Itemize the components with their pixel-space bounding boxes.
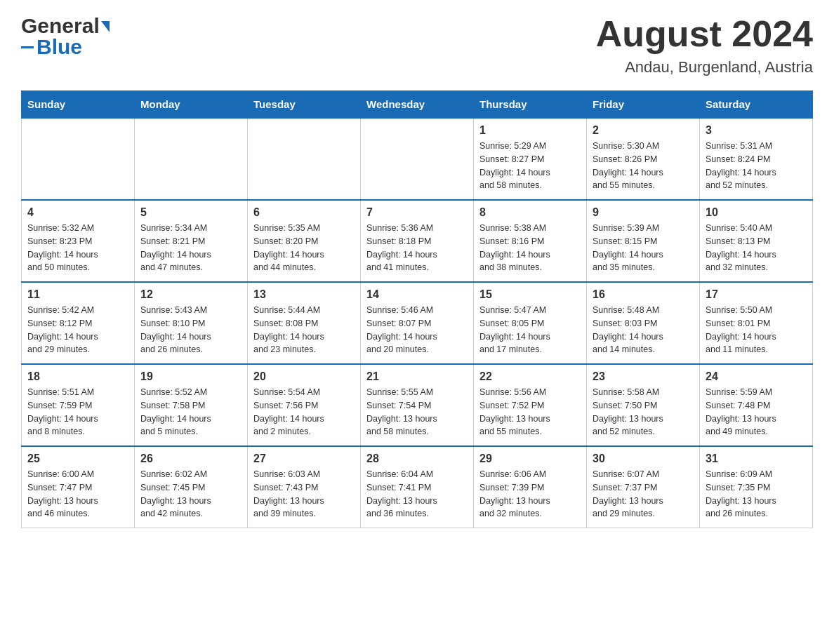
- day-number: 15: [479, 288, 581, 301]
- weekday-header-friday: Friday: [587, 91, 700, 119]
- day-number: 24: [706, 370, 807, 383]
- day-info: Sunrise: 5:48 AM Sunset: 8:03 PM Dayligh…: [593, 304, 694, 356]
- day-info: Sunrise: 6:00 AM Sunset: 7:47 PM Dayligh…: [27, 468, 128, 521]
- calendar-body: 1Sunrise: 5:29 AM Sunset: 8:27 PM Daylig…: [22, 118, 813, 528]
- week-row-5: 25Sunrise: 6:00 AM Sunset: 7:47 PM Dayli…: [22, 446, 813, 528]
- weekday-header-wednesday: Wednesday: [361, 91, 474, 119]
- day-number: 26: [140, 452, 241, 465]
- calendar-cell: 2Sunrise: 5:30 AM Sunset: 8:26 PM Daylig…: [587, 118, 700, 200]
- weekday-header-monday: Monday: [135, 91, 248, 119]
- day-info: Sunrise: 5:55 AM Sunset: 7:54 PM Dayligh…: [366, 386, 468, 438]
- day-number: 16: [593, 288, 694, 301]
- day-number: 31: [706, 452, 807, 465]
- day-number: 5: [140, 206, 241, 219]
- calendar-cell: 19Sunrise: 5:52 AM Sunset: 7:58 PM Dayli…: [135, 364, 248, 446]
- week-row-3: 11Sunrise: 5:42 AM Sunset: 8:12 PM Dayli…: [22, 282, 813, 364]
- weekday-header-row: SundayMondayTuesdayWednesdayThursdayFrid…: [22, 91, 813, 119]
- day-info: Sunrise: 5:44 AM Sunset: 8:08 PM Dayligh…: [253, 304, 355, 356]
- weekday-header-thursday: Thursday: [474, 91, 587, 119]
- calendar-cell: 23Sunrise: 5:58 AM Sunset: 7:50 PM Dayli…: [587, 364, 700, 446]
- calendar-table: SundayMondayTuesdayWednesdayThursdayFrid…: [21, 90, 813, 528]
- logo-blue-text: Blue: [37, 35, 82, 59]
- logo-triangle-icon: [101, 21, 110, 32]
- weekday-header-sunday: Sunday: [22, 91, 135, 119]
- calendar-cell: 12Sunrise: 5:43 AM Sunset: 8:10 PM Dayli…: [135, 282, 248, 364]
- day-info: Sunrise: 5:42 AM Sunset: 8:12 PM Dayligh…: [27, 304, 128, 356]
- calendar-cell: 16Sunrise: 5:48 AM Sunset: 8:03 PM Dayli…: [587, 282, 700, 364]
- day-info: Sunrise: 5:39 AM Sunset: 8:15 PM Dayligh…: [593, 222, 694, 274]
- day-number: 4: [27, 206, 128, 219]
- day-info: Sunrise: 6:03 AM Sunset: 7:43 PM Dayligh…: [253, 468, 355, 521]
- day-info: Sunrise: 5:50 AM Sunset: 8:01 PM Dayligh…: [706, 304, 807, 356]
- day-number: 3: [706, 124, 807, 137]
- day-info: Sunrise: 5:59 AM Sunset: 7:48 PM Dayligh…: [706, 386, 807, 438]
- calendar-cell: 1Sunrise: 5:29 AM Sunset: 8:27 PM Daylig…: [474, 118, 587, 200]
- calendar-cell: [361, 118, 474, 200]
- day-info: Sunrise: 5:43 AM Sunset: 8:10 PM Dayligh…: [140, 304, 241, 356]
- calendar-cell: 11Sunrise: 5:42 AM Sunset: 8:12 PM Dayli…: [22, 282, 135, 364]
- calendar-cell: 5Sunrise: 5:34 AM Sunset: 8:21 PM Daylig…: [135, 200, 248, 282]
- week-row-2: 4Sunrise: 5:32 AM Sunset: 8:23 PM Daylig…: [22, 200, 813, 282]
- day-info: Sunrise: 5:52 AM Sunset: 7:58 PM Dayligh…: [140, 386, 241, 438]
- calendar-cell: 24Sunrise: 5:59 AM Sunset: 7:48 PM Dayli…: [700, 364, 813, 446]
- day-info: Sunrise: 5:40 AM Sunset: 8:13 PM Dayligh…: [706, 222, 807, 274]
- day-info: Sunrise: 5:38 AM Sunset: 8:16 PM Dayligh…: [479, 222, 581, 274]
- calendar-cell: 15Sunrise: 5:47 AM Sunset: 8:05 PM Dayli…: [474, 282, 587, 364]
- day-number: 14: [366, 288, 468, 301]
- day-number: 9: [593, 206, 694, 219]
- calendar-cell: 6Sunrise: 5:35 AM Sunset: 8:20 PM Daylig…: [248, 200, 361, 282]
- weekday-header-tuesday: Tuesday: [248, 91, 361, 119]
- day-info: Sunrise: 5:29 AM Sunset: 8:27 PM Dayligh…: [479, 140, 581, 192]
- day-number: 29: [479, 452, 581, 465]
- title-area: August 2024 Andau, Burgenland, Austria: [596, 14, 813, 76]
- calendar-cell: 17Sunrise: 5:50 AM Sunset: 8:01 PM Dayli…: [700, 282, 813, 364]
- day-info: Sunrise: 6:02 AM Sunset: 7:45 PM Dayligh…: [140, 468, 241, 521]
- calendar-cell: 3Sunrise: 5:31 AM Sunset: 8:24 PM Daylig…: [700, 118, 813, 200]
- day-info: Sunrise: 5:30 AM Sunset: 8:26 PM Dayligh…: [593, 140, 694, 192]
- location-subtitle: Andau, Burgenland, Austria: [596, 58, 813, 76]
- day-number: 27: [253, 452, 355, 465]
- day-info: Sunrise: 6:04 AM Sunset: 7:41 PM Dayligh…: [366, 468, 468, 521]
- day-number: 13: [253, 288, 355, 301]
- day-number: 20: [253, 370, 355, 383]
- day-info: Sunrise: 5:34 AM Sunset: 8:21 PM Dayligh…: [140, 222, 241, 274]
- calendar-cell: 29Sunrise: 6:06 AM Sunset: 7:39 PM Dayli…: [474, 446, 587, 528]
- calendar-cell: 20Sunrise: 5:54 AM Sunset: 7:56 PM Dayli…: [248, 364, 361, 446]
- week-row-1: 1Sunrise: 5:29 AM Sunset: 8:27 PM Daylig…: [22, 118, 813, 200]
- day-info: Sunrise: 5:35 AM Sunset: 8:20 PM Dayligh…: [253, 222, 355, 274]
- calendar-cell: 22Sunrise: 5:56 AM Sunset: 7:52 PM Dayli…: [474, 364, 587, 446]
- calendar-cell: [22, 118, 135, 200]
- day-number: 11: [27, 288, 128, 301]
- calendar-header: SundayMondayTuesdayWednesdayThursdayFrid…: [22, 91, 813, 119]
- calendar-cell: 26Sunrise: 6:02 AM Sunset: 7:45 PM Dayli…: [135, 446, 248, 528]
- day-info: Sunrise: 5:46 AM Sunset: 8:07 PM Dayligh…: [366, 304, 468, 356]
- day-number: 30: [593, 452, 694, 465]
- day-number: 6: [253, 206, 355, 219]
- day-info: Sunrise: 5:36 AM Sunset: 8:18 PM Dayligh…: [366, 222, 468, 274]
- logo-general-text: General: [21, 14, 100, 38]
- day-number: 2: [593, 124, 694, 137]
- calendar-cell: 14Sunrise: 5:46 AM Sunset: 8:07 PM Dayli…: [361, 282, 474, 364]
- calendar-cell: 25Sunrise: 6:00 AM Sunset: 7:47 PM Dayli…: [22, 446, 135, 528]
- calendar-cell: 13Sunrise: 5:44 AM Sunset: 8:08 PM Dayli…: [248, 282, 361, 364]
- week-row-4: 18Sunrise: 5:51 AM Sunset: 7:59 PM Dayli…: [22, 364, 813, 446]
- day-info: Sunrise: 6:06 AM Sunset: 7:39 PM Dayligh…: [479, 468, 581, 521]
- calendar-cell: [135, 118, 248, 200]
- day-number: 17: [706, 288, 807, 301]
- weekday-header-saturday: Saturday: [700, 91, 813, 119]
- calendar-cell: 21Sunrise: 5:55 AM Sunset: 7:54 PM Dayli…: [361, 364, 474, 446]
- day-info: Sunrise: 5:54 AM Sunset: 7:56 PM Dayligh…: [253, 386, 355, 438]
- day-info: Sunrise: 6:09 AM Sunset: 7:35 PM Dayligh…: [706, 468, 807, 521]
- calendar-cell: 27Sunrise: 6:03 AM Sunset: 7:43 PM Dayli…: [248, 446, 361, 528]
- day-number: 25: [27, 452, 128, 465]
- calendar-cell: 4Sunrise: 5:32 AM Sunset: 8:23 PM Daylig…: [22, 200, 135, 282]
- calendar-cell: 8Sunrise: 5:38 AM Sunset: 8:16 PM Daylig…: [474, 200, 587, 282]
- day-number: 23: [593, 370, 694, 383]
- day-info: Sunrise: 5:32 AM Sunset: 8:23 PM Dayligh…: [27, 222, 128, 274]
- calendar-cell: 10Sunrise: 5:40 AM Sunset: 8:13 PM Dayli…: [700, 200, 813, 282]
- day-number: 18: [27, 370, 128, 383]
- calendar-cell: 18Sunrise: 5:51 AM Sunset: 7:59 PM Dayli…: [22, 364, 135, 446]
- logo: General Blue: [21, 14, 110, 59]
- day-number: 12: [140, 288, 241, 301]
- month-title: August 2024: [596, 14, 813, 54]
